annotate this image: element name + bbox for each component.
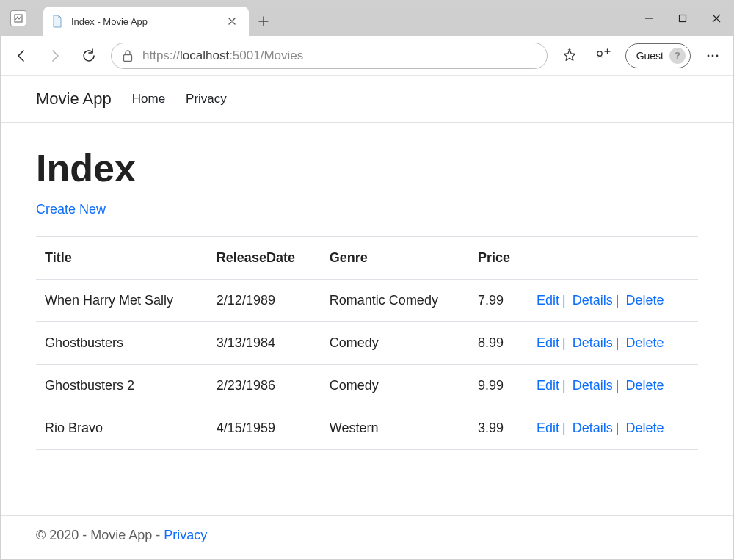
url-path: /Movies <box>261 48 304 63</box>
browser-titlebar: Index - Movie App <box>1 1 733 36</box>
movies-table: Title ReleaseDate Genre Price When Harry… <box>36 236 698 450</box>
nav-home[interactable]: Home <box>132 92 165 106</box>
cell-price: 9.99 <box>469 365 528 407</box>
site-navbar: Movie App Home Privacy <box>1 76 733 123</box>
window-controls <box>632 1 733 36</box>
url-port: :5001 <box>229 48 261 63</box>
table-row: Ghostbusters 3/13/1984 Comedy 8.99 Edit|… <box>36 322 698 365</box>
cell-title: When Harry Met Sally <box>36 280 208 322</box>
minimize-button[interactable] <box>632 1 666 36</box>
details-link[interactable]: Details <box>573 378 613 393</box>
more-button[interactable] <box>701 44 724 68</box>
table-row: When Harry Met Sally 2/12/1989 Romantic … <box>36 280 698 322</box>
cell-title: Rio Bravo <box>36 407 208 450</box>
create-new-link[interactable]: Create New <box>36 202 106 217</box>
details-link[interactable]: Details <box>573 421 613 435</box>
page-title: Index <box>36 146 698 190</box>
back-button[interactable] <box>10 44 33 68</box>
svg-rect-2 <box>124 54 132 61</box>
svg-point-4 <box>708 54 710 57</box>
edit-link[interactable]: Edit <box>537 421 559 435</box>
page-content: Index Create New Title ReleaseDate Genre… <box>1 123 733 515</box>
cell-genre: Comedy <box>321 322 469 365</box>
col-genre: Genre <box>321 237 469 280</box>
details-link[interactable]: Details <box>573 293 613 308</box>
browser-toolbar: https:// localhost :5001 /Movies Guest ? <box>1 36 733 76</box>
new-tab-button[interactable] <box>249 7 278 36</box>
col-actions <box>528 237 698 280</box>
profile-button[interactable]: Guest ? <box>625 43 691 68</box>
cell-actions: Edit| Details| Delete <box>528 280 698 322</box>
collections-button[interactable] <box>592 44 615 68</box>
cell-release: 2/23/1986 <box>208 365 321 407</box>
cell-price: 8.99 <box>469 322 528 365</box>
table-header-row: Title ReleaseDate Genre Price <box>36 237 698 280</box>
cell-genre: Western <box>321 407 469 450</box>
svg-point-3 <box>597 51 601 55</box>
url-prefix: https:// <box>142 48 180 63</box>
forward-button[interactable] <box>43 44 67 68</box>
footer-copyright: © 2020 - Movie App - <box>36 528 164 542</box>
col-price: Price <box>469 237 528 280</box>
close-window-button[interactable] <box>700 1 733 36</box>
edit-link[interactable]: Edit <box>537 293 559 308</box>
favorites-button[interactable] <box>558 44 581 68</box>
cell-release: 2/12/1989 <box>208 280 321 322</box>
delete-link[interactable]: Delete <box>625 378 664 393</box>
cell-title: Ghostbusters <box>36 322 208 365</box>
delete-link[interactable]: Delete <box>625 293 664 308</box>
table-row: Rio Bravo 4/15/1959 Western 3.99 Edit| D… <box>36 407 698 450</box>
cell-release: 3/13/1984 <box>208 322 321 365</box>
refresh-button[interactable] <box>77 44 101 68</box>
tab-strip: Index - Movie App <box>43 1 278 36</box>
browser-tab-active[interactable]: Index - Movie App <box>43 7 249 36</box>
cell-genre: Romantic Comedy <box>321 280 469 322</box>
details-link[interactable]: Details <box>573 335 613 350</box>
cell-actions: Edit| Details| Delete <box>528 407 698 450</box>
site-footer: © 2020 - Movie App - Privacy <box>1 515 733 559</box>
nav-privacy[interactable]: Privacy <box>186 92 227 106</box>
cell-actions: Edit| Details| Delete <box>528 322 698 365</box>
edit-link[interactable]: Edit <box>537 378 559 393</box>
url-text: https:// localhost :5001 /Movies <box>142 48 303 63</box>
web-page: Movie App Home Privacy Index Create New … <box>1 76 733 559</box>
edit-link[interactable]: Edit <box>537 335 559 350</box>
brand[interactable]: Movie App <box>36 90 112 109</box>
cell-genre: Comedy <box>321 365 469 407</box>
maximize-button[interactable] <box>666 1 700 36</box>
col-title: Title <box>36 237 208 280</box>
profile-label: Guest <box>636 50 664 62</box>
avatar-icon: ? <box>669 48 686 64</box>
table-row: Ghostbusters 2 2/23/1986 Comedy 9.99 Edi… <box>36 365 698 407</box>
lock-icon <box>122 49 134 62</box>
page-favicon <box>52 15 64 28</box>
svg-point-6 <box>716 54 719 57</box>
url-host: localhost <box>180 48 229 63</box>
browser-window: Index - Movie App <box>0 0 734 560</box>
close-tab-button[interactable] <box>224 16 240 26</box>
edge-app-icon <box>1 1 36 36</box>
cell-price: 3.99 <box>469 407 528 450</box>
cell-actions: Edit| Details| Delete <box>528 365 698 407</box>
tab-title: Index - Movie App <box>71 16 217 27</box>
delete-link[interactable]: Delete <box>625 335 664 350</box>
footer-privacy-link[interactable]: Privacy <box>164 528 207 542</box>
cell-price: 7.99 <box>469 280 528 322</box>
svg-rect-1 <box>680 15 686 22</box>
cell-release: 4/15/1959 <box>208 407 321 450</box>
cell-title: Ghostbusters 2 <box>36 365 208 407</box>
svg-point-5 <box>712 54 714 57</box>
delete-link[interactable]: Delete <box>625 421 664 435</box>
col-release: ReleaseDate <box>208 237 321 280</box>
address-bar[interactable]: https:// localhost :5001 /Movies <box>111 43 548 69</box>
